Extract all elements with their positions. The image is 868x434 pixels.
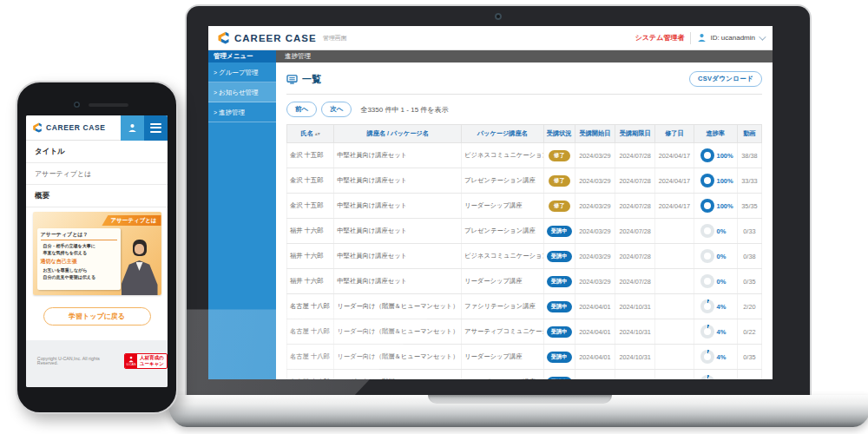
video-banner: アサーティブとは bbox=[102, 215, 161, 226]
laptop-base-notch bbox=[428, 395, 612, 404]
breadcrumb: 進捗管理 bbox=[276, 50, 773, 62]
cell-name: 福井 十六郎 bbox=[287, 269, 334, 294]
progress-label: 0% bbox=[717, 227, 727, 235]
column-header: 進捗率 bbox=[694, 125, 737, 143]
progress-donut bbox=[700, 274, 714, 288]
cell-status: 受講中 bbox=[543, 370, 575, 380]
cell-progress: 0% bbox=[694, 219, 737, 244]
table-row[interactable]: 金沢 十五郎中堅社員向け講座セットプレゼンテーション講座修了2024/03/29… bbox=[287, 168, 762, 194]
page-title-label: 一覧 bbox=[302, 73, 321, 86]
column-header: 氏名▴▾ bbox=[287, 125, 334, 143]
user-menu[interactable]: ID: ucanadmin bbox=[697, 33, 764, 43]
csv-download-button[interactable]: CSVダウンロード bbox=[689, 71, 762, 87]
cell-package: 中堅社員向け講座セット bbox=[334, 269, 462, 294]
presenter-image bbox=[122, 240, 158, 295]
cell-due-date: 2024/07/28 bbox=[615, 194, 655, 219]
table-row[interactable]: 福井 十六郎中堅社員向け講座セットプレゼンテーション講座受講中2024/03/2… bbox=[287, 219, 762, 244]
status-badge: 受講中 bbox=[547, 377, 572, 380]
cell-progress: 4% bbox=[694, 294, 737, 319]
page-title: 一覧 bbox=[286, 73, 321, 86]
progress-label: 4% bbox=[717, 378, 727, 380]
progress-donut bbox=[700, 174, 714, 187]
sidebar-item-2[interactable]: 進捗管理 bbox=[208, 102, 276, 122]
cell-course: リーダーシップ講座 bbox=[462, 269, 544, 294]
cell-due-date: 2024/07/28 bbox=[615, 219, 655, 244]
cell-status: 受講中 bbox=[543, 345, 575, 370]
cell-completed-date: 2024/04/17 bbox=[655, 168, 694, 194]
sort-icon[interactable]: ▴▾ bbox=[315, 131, 320, 136]
account-button[interactable] bbox=[121, 115, 144, 141]
divider bbox=[690, 32, 691, 44]
divider bbox=[286, 94, 762, 95]
column-header: 受講開始日 bbox=[575, 125, 615, 143]
cell-start-date: 2024/03/29 bbox=[575, 219, 615, 244]
lesson-title-value: アサーティブとは bbox=[26, 163, 168, 185]
cell-due-date: 2024/07/28 bbox=[615, 168, 655, 194]
table-row[interactable]: 金沢 十五郎中堅社員向け講座セットリーダーシップ講座修了2024/03/2920… bbox=[287, 194, 762, 219]
column-header: パッケージ講座名 bbox=[462, 125, 544, 143]
progress-label: 100% bbox=[717, 152, 733, 160]
cell-completed-date bbox=[655, 345, 694, 370]
cell-status: 受講中 bbox=[543, 219, 575, 244]
cell-start-date: 2024/04/01 bbox=[575, 319, 615, 345]
cell-name: 金沢 十五郎 bbox=[287, 143, 334, 168]
phone-camera-icon bbox=[74, 102, 80, 108]
progress-donut bbox=[700, 299, 714, 313]
lesson-card: タイトル アサーティブとは 概要 アサーティブとは アサーティブとは？ 自分・相… bbox=[26, 141, 168, 340]
phone-screen: CAREER CASE タイトル bbox=[26, 115, 168, 387]
cell-start-date: 2024/03/29 bbox=[575, 143, 615, 168]
cell-completed-date bbox=[655, 219, 694, 244]
progress-label: 4% bbox=[717, 353, 727, 361]
phone-brand-name: CAREER CASE bbox=[46, 123, 105, 132]
cell-package: 中堅社員向け講座セット bbox=[334, 143, 462, 168]
back-to-learning-top-button[interactable]: 学習トップに戻る bbox=[43, 307, 151, 326]
progress-donut bbox=[700, 375, 714, 379]
sidebar-item-1[interactable]: お知らせ管理 bbox=[208, 82, 276, 102]
column-header: 受講状況 bbox=[543, 125, 575, 143]
career-case-logo-icon bbox=[217, 31, 230, 44]
title-row: 一覧 CSVダウンロード bbox=[286, 69, 762, 89]
table-row[interactable]: 福井 十六郎中堅社員向け講座セットビジネスコミュニケーション講座受講中2024/… bbox=[287, 244, 762, 269]
cell-course: リーダーシップ講座 bbox=[462, 345, 544, 370]
sidebar-item-0[interactable]: グループ管理 bbox=[208, 62, 276, 82]
table-row[interactable]: 金沢 十五郎中堅社員向け講座セットビジネスコミュニケーション講座修了2024/0… bbox=[287, 143, 762, 168]
cell-status: 受講中 bbox=[543, 244, 575, 269]
phone-footer: Copyright U-CAN,Inc. All rights Reserved… bbox=[26, 340, 168, 387]
cell-status: 修了 bbox=[543, 143, 575, 168]
video-thumbnail[interactable]: アサーティブとは アサーティブとは？ 自分・相手の立場を大事に 率直な気持ちを伝… bbox=[33, 212, 161, 295]
cell-due-date: 2024/10/31 bbox=[615, 345, 655, 370]
cell-progress: 100% bbox=[694, 143, 737, 168]
cell-start-date: 2024/04/01 bbox=[575, 294, 615, 319]
laptop-mockup: CAREER CASE 管理画面 システム管理者 ID: ucanadmin bbox=[185, 4, 812, 395]
cell-completed-date bbox=[655, 269, 694, 294]
prev-page-button[interactable]: 前へ bbox=[286, 102, 317, 117]
cell-progress: 100% bbox=[694, 194, 737, 219]
cell-due-date: 2024/10/31 bbox=[615, 370, 655, 380]
cell-package: 中堅社員向け講座セット bbox=[334, 244, 462, 269]
cell-start-date: 2024/03/29 bbox=[575, 244, 615, 269]
progress-label: 100% bbox=[717, 202, 733, 210]
cell-completed-date bbox=[655, 294, 694, 319]
overview-label: 概要 bbox=[26, 185, 168, 207]
table-row[interactable]: 福井 十六郎中堅社員向け講座セットリーダーシップ講座受講中2024/03/292… bbox=[287, 269, 762, 294]
next-page-button[interactable]: 次へ bbox=[321, 102, 352, 117]
progress-label: 100% bbox=[717, 177, 733, 185]
cell-videos: 0/19 bbox=[737, 370, 761, 380]
status-badge: 受講中 bbox=[547, 352, 572, 363]
status-badge: 受講中 bbox=[547, 276, 572, 287]
menu-button[interactable] bbox=[144, 115, 168, 141]
column-header: 受講期限日 bbox=[615, 125, 655, 143]
cell-package: 中堅社員向け講座セット bbox=[334, 168, 462, 194]
user-area: システム管理者 ID: ucanadmin bbox=[635, 32, 764, 44]
slide-title: アサーティブとは？ bbox=[41, 231, 117, 240]
status-badge: 受講中 bbox=[547, 326, 572, 338]
pagination: 前へ 次へ 全3350 件中 1 - 15 件を表示 bbox=[286, 102, 762, 117]
ucan-text-line: ユーキャン bbox=[140, 361, 164, 367]
role-label: システム管理者 bbox=[635, 33, 685, 43]
pagination-summary: 全3350 件中 1 - 15 件を表示 bbox=[360, 105, 448, 115]
progress-donut bbox=[700, 249, 714, 263]
app-logo: CAREER CASE 管理画面 bbox=[217, 31, 347, 44]
cell-progress: 0% bbox=[694, 269, 737, 294]
status-badge: 受講中 bbox=[547, 301, 572, 312]
cell-status: 修了 bbox=[543, 168, 575, 194]
